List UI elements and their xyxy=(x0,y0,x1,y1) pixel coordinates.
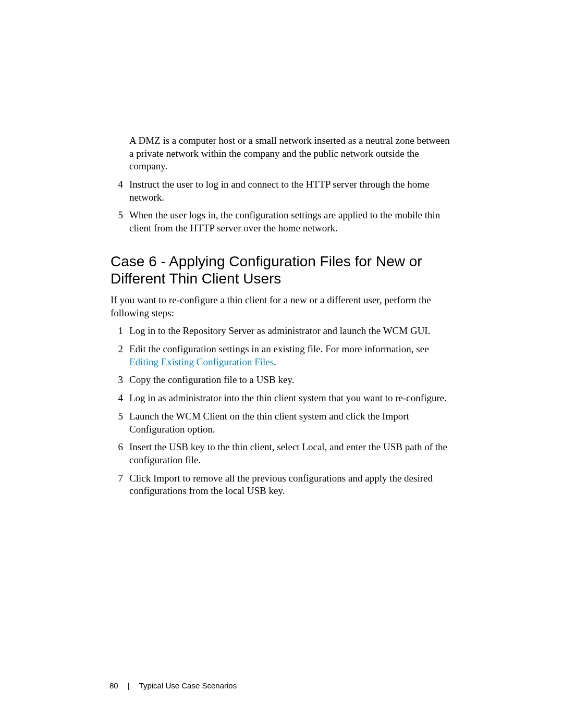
list-number: 6 xyxy=(111,441,123,466)
list-text: Click Import to remove all the previous … xyxy=(129,472,450,498)
page-footer: 80 | Typical Use Case Scenarios xyxy=(109,681,237,690)
list-item: 2 Edit the configuration settings in an … xyxy=(111,343,450,368)
list-text: Launch the WCM Client on the thin client… xyxy=(129,410,450,436)
list-text: Instruct the user to log in and connect … xyxy=(129,178,450,204)
list-item: 3 Copy the configuration file to a USB k… xyxy=(111,374,450,387)
list-item: 5 Launch the WCM Client on the thin clie… xyxy=(111,410,450,436)
list-number: 5 xyxy=(111,410,123,436)
section-intro: If you want to re-configure a thin clien… xyxy=(111,294,450,319)
list-text: Insert the USB key to the thin client, s… xyxy=(129,441,450,466)
list-item: 4 Instruct the user to log in and connec… xyxy=(111,178,450,204)
list-text: Log in as administrator into the thin cl… xyxy=(129,392,450,405)
dmz-definition: A DMZ is a computer host or a small netw… xyxy=(129,134,450,173)
list-item: 6 Insert the USB key to the thin client,… xyxy=(111,441,450,466)
list-text: Copy the configuration file to a USB key… xyxy=(129,374,450,387)
page: A DMZ is a computer host or a small netw… xyxy=(0,0,563,728)
list-text-suffix: . xyxy=(274,356,276,367)
footer-divider: | xyxy=(128,681,130,690)
section-heading-case-6: Case 6 - Applying Configuration Files fo… xyxy=(111,253,450,288)
list-text: Log in to the Repository Server as admin… xyxy=(129,325,450,338)
page-number: 80 xyxy=(109,681,118,690)
link-editing-existing-config-files[interactable]: Editing Existing Configuration Files xyxy=(129,356,274,367)
list-number: 4 xyxy=(111,178,123,204)
list-number: 1 xyxy=(111,325,123,338)
list-number: 7 xyxy=(111,472,123,498)
list-number: 2 xyxy=(111,343,123,368)
list-text-prefix: Edit the configuration settings in an ex… xyxy=(129,343,429,354)
chapter-title: Typical Use Case Scenarios xyxy=(139,681,237,690)
list-item: 5 When the user logs in, the configurati… xyxy=(111,209,450,235)
list-text: Edit the configuration settings in an ex… xyxy=(129,343,450,368)
list-item: 7 Click Import to remove all the previou… xyxy=(111,472,450,498)
list-item: 1 Log in to the Repository Server as adm… xyxy=(111,325,450,338)
page-content: A DMZ is a computer host or a small netw… xyxy=(111,134,450,498)
list-item: 4 Log in as administrator into the thin … xyxy=(111,392,450,405)
list-number: 3 xyxy=(111,374,123,387)
list-text: When the user logs in, the configuration… xyxy=(129,209,450,235)
list-number: 4 xyxy=(111,392,123,405)
list-number: 5 xyxy=(111,209,123,235)
